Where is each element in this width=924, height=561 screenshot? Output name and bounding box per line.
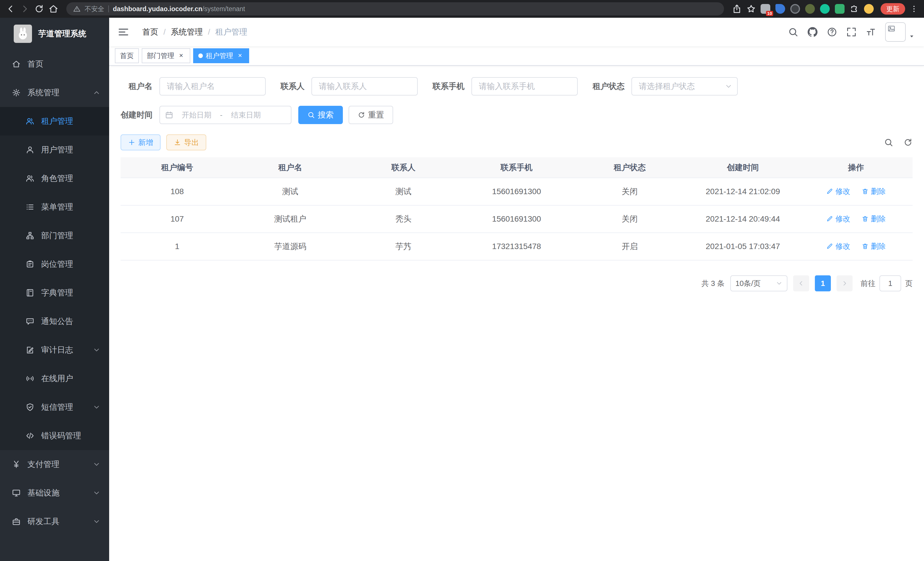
end-date-input[interactable] <box>225 111 267 120</box>
tenant-name-input[interactable] <box>159 77 266 96</box>
font-size-icon[interactable] <box>866 27 876 37</box>
not-secure-icon <box>73 5 81 13</box>
add-button[interactable]: 新增 <box>121 134 160 150</box>
main-area: 首页 / 系统管理 / 租户管理 <box>109 18 924 561</box>
next-page-button[interactable] <box>837 275 853 291</box>
sidebar-item-dev-tools[interactable]: 研发工具 <box>0 507 109 536</box>
browser-menu-icon[interactable] <box>910 5 918 13</box>
tab-tenant[interactable]: 租户管理 × <box>193 48 249 63</box>
breadcrumb-separator: / <box>208 27 210 37</box>
delete-link[interactable]: 删除 <box>862 214 886 224</box>
table-row: 1 芋道源码 芋艿 17321315478 开启 2021-01-05 17:0… <box>121 233 913 260</box>
filter-label: 联系手机 <box>433 81 465 92</box>
extensions-puzzle-icon[interactable] <box>850 4 859 14</box>
goto-page-input[interactable] <box>879 275 901 291</box>
browser-forward-icon[interactable] <box>20 4 30 14</box>
sidebar-item-audit-log[interactable]: 审计日志 <box>0 336 109 364</box>
prev-page-button[interactable] <box>793 275 809 291</box>
filter-mobile: 联系手机 <box>433 77 578 96</box>
extension-icon-5[interactable] <box>820 4 830 14</box>
start-date-input[interactable] <box>176 111 217 120</box>
refresh-table-icon[interactable] <box>903 138 913 147</box>
edit-link[interactable]: 修改 <box>826 186 850 196</box>
tab-close-icon[interactable]: × <box>236 52 244 60</box>
filter-label: 联系人 <box>280 81 304 92</box>
help-icon[interactable] <box>827 27 837 37</box>
app-root: 不安全 dashboard.yudao.iocoder.cn/system/te… <box>0 0 924 561</box>
sidebar-item-home[interactable]: 首页 <box>0 50 109 78</box>
export-button[interactable]: 导出 <box>166 134 206 150</box>
user-avatar[interactable] <box>885 22 915 42</box>
tab-label: 租户管理 <box>206 51 233 60</box>
breadcrumb-home[interactable]: 首页 <box>142 27 158 38</box>
filter-create-time: 创建时间 - <box>121 106 291 124</box>
sidebar-toggle-icon[interactable] <box>109 18 138 46</box>
status-select[interactable]: 请选择租户状态 <box>632 77 738 96</box>
search-button[interactable]: 搜索 <box>298 106 343 124</box>
chevron-up-icon <box>93 89 100 96</box>
sidebar-item-system[interactable]: 系统管理 <box>0 78 109 107</box>
bookmark-star-icon[interactable] <box>746 4 756 14</box>
chevron-down-icon <box>93 461 100 468</box>
browser-update-button[interactable]: 更新 <box>880 3 905 15</box>
fullscreen-icon[interactable] <box>846 27 856 37</box>
edit-link[interactable]: 修改 <box>826 241 850 251</box>
extension-icon-2[interactable] <box>776 4 785 14</box>
browser-home-icon[interactable] <box>49 4 58 14</box>
tab-home[interactable]: 首页 <box>115 48 139 63</box>
extension-icon-4[interactable] <box>805 4 815 14</box>
sidebar-item-menu[interactable]: 菜单管理 <box>0 193 109 221</box>
extension-icon-1[interactable]: 10 <box>760 4 770 14</box>
sidebar-item-error-code[interactable]: 错误码管理 <box>0 421 109 450</box>
sidebar-item-online-user[interactable]: 在线用户 <box>0 364 109 393</box>
sidebar-item-dept[interactable]: 部门管理 <box>0 221 109 250</box>
app-logo[interactable]: 芋道管理系统 <box>0 18 109 50</box>
url-path: /system/tenant <box>202 5 245 13</box>
tab-dept[interactable]: 部门管理 × <box>142 48 190 63</box>
date-range-picker[interactable]: - <box>159 106 291 124</box>
logo-avatar <box>14 25 32 43</box>
sidebar-item-infrastructure[interactable]: 基础设施 <box>0 479 109 507</box>
users-icon <box>26 117 34 126</box>
extension-icon-6[interactable] <box>835 4 844 14</box>
monitor-icon <box>12 489 21 497</box>
extension-icon-7[interactable] <box>864 4 874 14</box>
breadcrumb: 首页 / 系统管理 / 租户管理 <box>142 27 248 38</box>
address-bar[interactable]: 不安全 dashboard.yudao.iocoder.cn/system/te… <box>66 2 724 15</box>
sidebar-item-role[interactable]: 角色管理 <box>0 164 109 193</box>
filter-label: 创建时间 <box>121 110 153 120</box>
reset-button[interactable]: 重置 <box>349 106 393 124</box>
github-icon[interactable] <box>807 27 818 37</box>
delete-link[interactable]: 删除 <box>862 241 886 251</box>
cell-actions: 修改 删除 <box>800 205 913 233</box>
mobile-input[interactable] <box>471 77 578 96</box>
page-size-select[interactable]: 10条/页 <box>730 275 788 291</box>
sidebar-item-dict[interactable]: 字典管理 <box>0 278 109 307</box>
header-search-icon[interactable] <box>788 27 798 37</box>
share-icon[interactable] <box>732 4 742 14</box>
sidebar-item-user[interactable]: 用户管理 <box>0 135 109 164</box>
browser-back-icon[interactable] <box>6 4 15 14</box>
gear-icon <box>12 88 21 97</box>
page-number-button[interactable]: 1 <box>815 275 831 291</box>
pagination: 共 3 条 10条/页 1 前往 页 <box>121 275 913 291</box>
cell-status: 关闭 <box>573 205 686 233</box>
sidebar-item-tenant[interactable]: 租户管理 <box>0 107 109 135</box>
cell-mobile: 15601691300 <box>460 178 573 205</box>
breadcrumb-system[interactable]: 系统管理 <box>171 27 203 38</box>
contact-input[interactable] <box>311 77 418 96</box>
sidebar-item-notice[interactable]: 通知公告 <box>0 307 109 336</box>
sidebar-item-sms[interactable]: 短信管理 <box>0 393 109 421</box>
browser-reload-icon[interactable] <box>34 4 44 14</box>
extension-icon-3[interactable] <box>790 4 800 14</box>
cell-tenant-name: 测试租户 <box>234 205 347 233</box>
filter-row-1: 租户名 联系人 联系手机 租户状态 请选择租户状态 <box>121 77 913 96</box>
sidebar-item-post[interactable]: 岗位管理 <box>0 250 109 278</box>
delete-link[interactable]: 删除 <box>862 186 886 196</box>
table-body: 108 测试 测试 15601691300 关闭 2021-12-14 21:0… <box>121 178 913 260</box>
toggle-search-icon[interactable] <box>884 138 893 147</box>
sidebar-item-label: 角色管理 <box>41 173 73 184</box>
sidebar-item-payment[interactable]: 支付管理 <box>0 450 109 479</box>
tab-close-icon[interactable]: × <box>177 52 185 60</box>
edit-link[interactable]: 修改 <box>826 214 850 224</box>
